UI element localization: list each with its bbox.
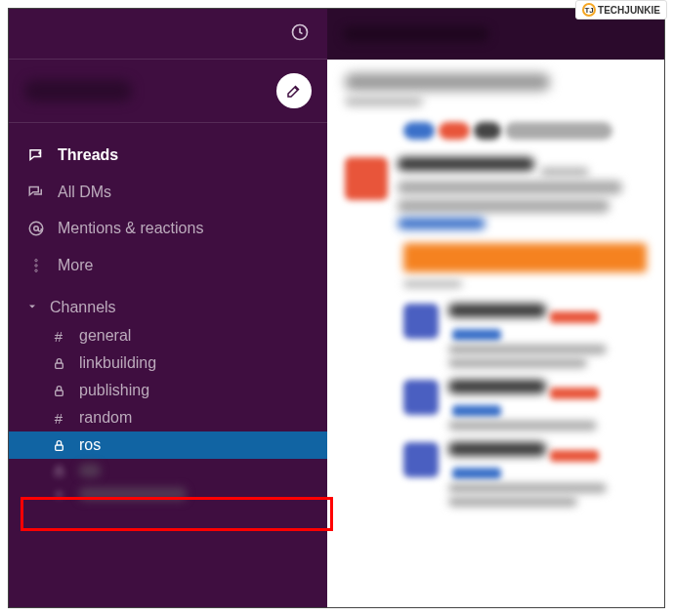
message-author xyxy=(448,442,546,456)
message-text xyxy=(448,497,577,507)
reaction-pill[interactable] xyxy=(403,122,435,140)
channel-label: general xyxy=(79,327,131,345)
thread-message[interactable] xyxy=(327,376,664,438)
lock-icon xyxy=(50,439,67,452)
reaction-pill[interactable] xyxy=(439,122,470,140)
nav-dms[interactable]: All DMs xyxy=(9,174,327,211)
svg-rect-7 xyxy=(55,363,63,368)
svg-point-1 xyxy=(39,152,41,154)
lock-icon xyxy=(50,385,67,397)
hash-icon: # xyxy=(50,410,67,427)
watermark-icon: TJ xyxy=(582,3,596,17)
tag xyxy=(550,450,599,462)
message-text xyxy=(448,345,607,354)
svg-point-4 xyxy=(35,259,37,261)
message-row[interactable] xyxy=(327,147,664,239)
avatar[interactable] xyxy=(403,304,439,339)
nav-threads-label: Threads xyxy=(58,143,118,168)
channel-label: linkbuilding xyxy=(79,354,156,372)
message-text xyxy=(448,358,587,368)
channel-blurred[interactable] xyxy=(9,482,327,506)
channel-label-blurred xyxy=(79,487,187,501)
reply-link[interactable] xyxy=(398,218,485,229)
svg-point-5 xyxy=(35,264,37,266)
app-window: Threads All DMs Mentions & reactions Mor… xyxy=(8,8,665,608)
channel-random[interactable]: # random xyxy=(9,404,327,431)
history-icon[interactable] xyxy=(290,22,310,45)
sidebar: Threads All DMs Mentions & reactions Mor… xyxy=(9,9,327,607)
avatar[interactable] xyxy=(403,380,439,415)
tag xyxy=(452,329,501,341)
threads-icon xyxy=(26,146,46,164)
channel-header xyxy=(327,60,664,147)
tag xyxy=(550,388,599,399)
workspace-name xyxy=(24,80,132,102)
message-author xyxy=(398,157,534,171)
plus-icon xyxy=(50,488,67,501)
compose-button[interactable] xyxy=(276,73,312,108)
nav-threads[interactable]: Threads xyxy=(9,137,327,174)
reaction-pill[interactable] xyxy=(474,122,501,140)
workspace-header[interactable] xyxy=(9,60,327,123)
thread-message[interactable] xyxy=(327,438,664,514)
nav-mentions[interactable]: Mentions & reactions xyxy=(9,210,327,247)
message-author xyxy=(448,304,546,317)
channels-list: # general linkbuilding publishing # rand… xyxy=(9,322,327,506)
message-text xyxy=(398,181,622,194)
nav-mentions-label: Mentions & reactions xyxy=(58,216,203,241)
channels-section-header[interactable]: Channels xyxy=(9,289,327,322)
channel-label-blurred xyxy=(79,464,101,477)
watermark-text: TECHJUNKIE xyxy=(598,5,660,16)
hash-icon: # xyxy=(50,328,67,345)
channel-blurred[interactable] xyxy=(9,459,327,482)
main-content xyxy=(327,9,664,607)
channel-publishing[interactable]: publishing xyxy=(9,377,327,404)
message-text xyxy=(448,421,597,431)
tag xyxy=(452,405,501,417)
avatar[interactable] xyxy=(403,442,439,477)
channel-label: random xyxy=(79,409,132,427)
svg-rect-10 xyxy=(55,471,63,475)
svg-rect-9 xyxy=(55,445,63,450)
message-text xyxy=(398,199,610,213)
dms-icon xyxy=(26,183,46,200)
search-placeholder xyxy=(343,26,489,42)
nav-dms-label: All DMs xyxy=(58,180,111,205)
lock-icon xyxy=(50,465,67,477)
tag xyxy=(550,311,599,323)
tag xyxy=(452,468,501,479)
reaction-text xyxy=(505,122,612,140)
message-time xyxy=(540,167,589,177)
more-icon xyxy=(26,257,46,274)
lock-icon xyxy=(50,357,67,370)
sidebar-topbar xyxy=(9,9,327,60)
watermark-badge: TJ TECHJUNKIE xyxy=(575,0,667,20)
avatar[interactable] xyxy=(345,157,388,200)
message-body xyxy=(398,157,647,229)
channel-subtitle xyxy=(345,97,423,106)
nav-more[interactable]: More xyxy=(9,247,327,284)
message-author xyxy=(448,380,546,393)
compose-icon xyxy=(285,82,303,100)
nav-more-label: More xyxy=(58,253,93,278)
channel-general[interactable]: # general xyxy=(9,322,327,349)
nav-list: Threads All DMs Mentions & reactions Mor… xyxy=(9,123,327,289)
channel-label: publishing xyxy=(79,382,149,399)
channel-label: ros xyxy=(79,436,101,454)
thread-message[interactable] xyxy=(327,300,664,376)
svg-point-6 xyxy=(35,269,37,271)
mentions-icon xyxy=(26,220,46,237)
channel-ros[interactable]: ros xyxy=(9,431,327,459)
channel-title xyxy=(345,73,550,91)
channel-linkbuilding[interactable]: linkbuilding xyxy=(9,349,327,377)
reactions-row xyxy=(345,122,647,140)
chevron-down-icon xyxy=(26,299,40,316)
channels-label: Channels xyxy=(50,299,116,316)
svg-rect-8 xyxy=(55,390,63,395)
alert-banner[interactable] xyxy=(403,243,647,272)
date-divider xyxy=(345,280,647,292)
message-text xyxy=(448,483,607,493)
